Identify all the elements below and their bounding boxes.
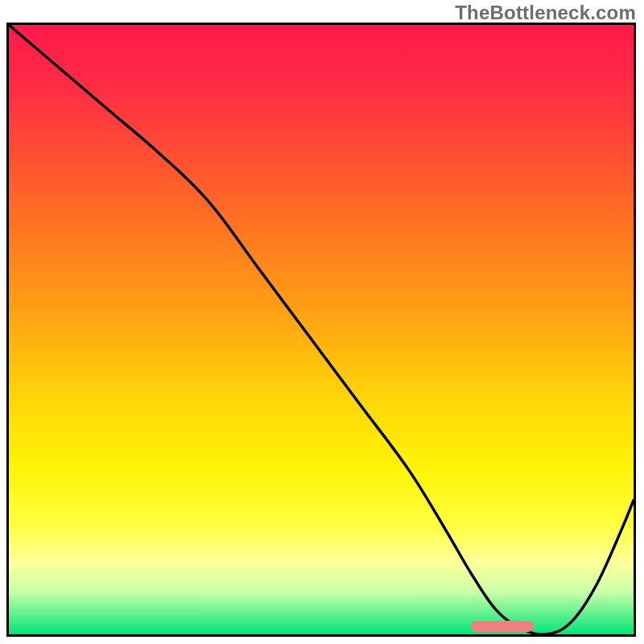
plot-frame xyxy=(6,23,636,637)
plot-area xyxy=(9,25,634,634)
watermark-text: TheBottleneck.com xyxy=(455,2,636,24)
optimal-range-marker xyxy=(471,621,534,632)
chart-canvas: TheBottleneck.com xyxy=(0,0,644,644)
bottleneck-curve-path xyxy=(9,25,634,634)
curve-layer xyxy=(9,25,634,634)
